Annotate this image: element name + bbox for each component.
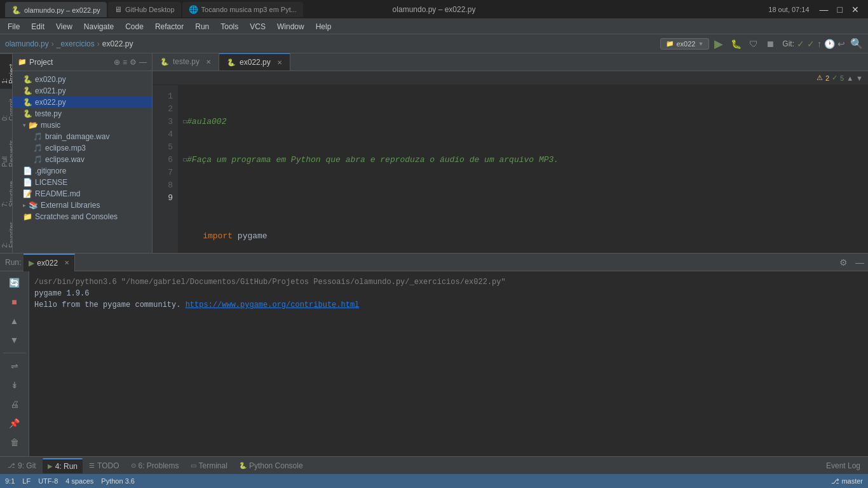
run-community-link[interactable]: https://www.pygame.org/contribute.html [186,301,360,309]
git-revert[interactable]: ↩ [837,39,845,49]
bottom-tab-python-console[interactable]: 🐍 Python Console [234,459,308,473]
folder-scratches[interactable]: 📁 Scratches and Consoles [13,211,152,222]
nav-branch-selector[interactable]: 📁 ex022 ▼ [660,38,709,50]
bottom-tab-run[interactable]: ▶ 4: Run [43,458,83,473]
vert-tab-pullrequests[interactable]: Pull Requests [0,126,12,172]
breadcrumb-file[interactable]: ex022.py [102,39,133,48]
run-stop-btn[interactable]: ■ [6,293,24,311]
menu-edit[interactable]: Edit [26,21,50,32]
menu-code[interactable]: Code [120,21,149,32]
menu-refactor[interactable]: Refactor [150,21,189,32]
code-editor[interactable]: 1 2 3 4 5 6 7 8 9 ◻#aula002 ◻#Faça um pr… [153,85,868,253]
breadcrumb-root[interactable]: olamundo.py [5,39,49,48]
bottom-tab-todo[interactable]: ☰ TODO [84,459,124,473]
ex022-tab-close[interactable]: ✕ [277,59,282,66]
file-ex022[interactable]: 🐍 ex022.py [13,97,152,108]
run-tab-close[interactable]: ✕ [64,259,69,266]
run-arrow-down-btn[interactable]: ▼ [6,331,24,349]
tree-collapse-btn[interactable]: — [139,58,147,67]
run-arrow-up-btn[interactable]: ▲ [6,312,24,330]
window-maximize[interactable]: □ [834,3,846,16]
file-teste[interactable]: 🐍 teste.py [13,108,152,119]
run-panel-tabs: Run: ▶ ex022 ✕ ⚙ — [0,254,868,271]
run-print-btn[interactable]: 🖨 [6,395,24,413]
code-content[interactable]: ◻#aula002 ◻#Faça um programa em Python q… [178,85,868,253]
status-position[interactable]: 9:1 [5,477,15,485]
menu-vcs[interactable]: VCS [245,21,271,32]
file-tree-content: 🐍 ex020.py 🐍 ex021.py 🐍 ex022.py 🐍 teste… [13,71,152,253]
file-eclipse-wav[interactable]: 🎵 eclipse.wav [13,154,152,165]
menu-view[interactable]: View [51,21,78,32]
taskbar-tab-2[interactable]: 🌐 Tocando musica mp3 em Pyt... [182,2,303,17]
menu-help[interactable]: Help [311,21,337,32]
coverage-button[interactable]: 🛡 [747,39,761,49]
event-log-btn[interactable]: Event Log [821,459,865,473]
menu-file[interactable]: File [3,21,25,32]
menu-window[interactable]: Window [272,21,309,32]
run-scroll-end-btn[interactable]: ↡ [6,376,24,394]
status-indent[interactable]: 4 spaces [65,477,93,485]
git-checkmark2[interactable]: ✓ [807,39,815,49]
file-eclipse-mp3[interactable]: 🎵 eclipse.mp3 [13,142,152,154]
run-clear-btn[interactable]: 🗑 [6,433,24,451]
file-readme[interactable]: 📝 README.md [13,188,152,200]
folder-external[interactable]: ▸ 📚 External Libraries [13,200,152,211]
bottom-tab-problems[interactable]: ⊙ 6: Problems [126,459,184,473]
run-pin-btn[interactable]: 📌 [6,414,24,432]
menu-run[interactable]: Run [190,21,214,32]
status-branch[interactable]: ⎇ master [831,477,863,485]
menu-navigate[interactable]: Navigate [79,21,119,32]
run-restart-btn[interactable]: 🔄 [6,274,24,292]
folder-music[interactable]: ▾ 📂 music [13,119,152,131]
vert-tab-project[interactable]: 1: Project [0,53,12,89]
tree-add-btn[interactable]: ⊕ [114,58,120,67]
tree-settings-btn[interactable]: ⚙ [130,58,137,67]
teste-tab-close[interactable]: ✕ [206,58,211,65]
editor-area: 🐍 teste.py ✕ 🐍 ex022.py ✕ ⚠ 2 ✓ 5 ▲ ▼ 1 … [153,53,868,253]
taskbar-tab-0[interactable]: 🐍 olamundo.py – ex022.py [5,2,107,17]
status-line-ending[interactable]: LF [22,477,31,485]
git-push[interactable]: ↑ [817,39,822,49]
run-button[interactable]: ▶ [712,37,726,51]
line-num-9: 9 [153,192,178,205]
folder-scratches-label: Scratches and Consoles [35,212,118,221]
tree-list-btn[interactable]: ≡ [123,58,127,67]
menu-tools[interactable]: Tools [215,21,243,32]
file-ex021[interactable]: 🐍 ex021.py [13,85,152,97]
bottom-tab-git[interactable]: ⎇ 9: Git [3,459,41,473]
run-output-line-2: pygame 1.9.6 [34,288,863,299]
run-tab-ex022[interactable]: ▶ ex022 ✕ [24,254,75,271]
git-checkmark1[interactable]: ✓ [797,39,804,49]
vert-tab-commit[interactable]: 0: Commit [0,89,12,126]
run-tab-label-text: ex022 [37,259,58,268]
nav-up-icon[interactable]: ▲ [846,74,853,82]
vert-tab-structure[interactable]: 7: Structure [0,172,12,212]
vert-tab-favorites[interactable]: 2: Favorites [0,212,12,253]
file-license[interactable]: 📄 LICENSE [13,177,152,188]
taskbar-tab-1[interactable]: 🖥 GitHub Desktop [108,2,181,17]
editor-tab-ex022[interactable]: 🐍 ex022.py ✕ [219,53,290,71]
file-brain-damage[interactable]: 🎵 brain_damage.wav [13,131,152,142]
run-tab-label-b: 4: Run [55,462,78,471]
git-history[interactable]: 🕐 [824,39,835,49]
run-minimize-btn[interactable]: — [851,256,868,269]
bottom-tab-terminal[interactable]: ▭ Terminal [186,459,233,473]
window-close[interactable]: ✕ [848,3,863,16]
search-everywhere-button[interactable]: 🔍 [850,37,863,50]
file-ex020[interactable]: 🐍 ex020.py [13,74,152,85]
problems-tab-icon: ⊙ [131,462,136,469]
tab2-label: Tocando musica mp3 em Pyt... [201,6,297,13]
nav-down-icon[interactable]: ▼ [856,74,863,82]
stop-button[interactable]: ⏹ [763,39,777,49]
debug-button[interactable]: 🐛 [728,39,744,49]
ext-lib-icon: 📚 [29,201,38,210]
file-gitignore[interactable]: 📄 .gitignore [13,165,152,177]
window-minimize[interactable]: — [816,3,832,16]
file-readme-label: README.md [35,189,80,198]
run-soft-wrap-btn[interactable]: ⇌ [6,357,24,375]
status-python[interactable]: Python 3.6 [101,477,135,485]
run-settings-btn[interactable]: ⚙ [836,256,851,269]
status-encoding[interactable]: UTF-8 [38,477,58,485]
breadcrumb-mid[interactable]: _exercicios [57,39,95,48]
editor-tab-teste[interactable]: 🐍 teste.py ✕ [153,53,219,71]
